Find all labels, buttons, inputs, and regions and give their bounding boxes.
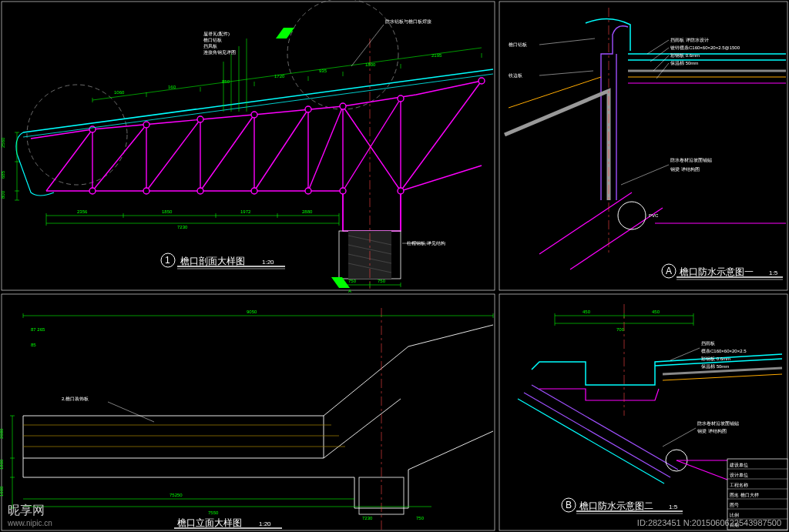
svg-line-182 <box>663 428 696 447</box>
svg-point-34 <box>305 188 311 194</box>
svg-text:87 265: 87 265 <box>31 327 45 332</box>
svg-text:PVC: PVC <box>649 213 659 218</box>
svg-text:比例: 比例 <box>730 513 739 517</box>
svg-line-179 <box>670 348 700 360</box>
svg-text:800: 800 <box>1 190 5 199</box>
svg-text:75250: 75250 <box>170 493 183 497</box>
svg-text:1720: 1720 <box>274 74 285 79</box>
svg-line-21 <box>401 81 482 191</box>
svg-text:钢梁 详结构图: 钢梁 详结构图 <box>670 166 700 172</box>
cad-canvas: A <box>0 0 789 532</box>
svg-text:檩条C160×60×20×2.5: 檩条C160×60×20×2.5 <box>701 348 747 353</box>
svg-point-30 <box>89 188 96 194</box>
arrow-a-top: A <box>290 28 293 33</box>
svg-text:850: 850 <box>222 79 230 84</box>
view3-title: 檐口立面大样图 1:20 <box>174 517 282 528</box>
svg-text:2680: 2680 <box>0 428 4 439</box>
svg-text:7550: 7550 <box>208 510 219 515</box>
svg-text:挡风板: 挡风板 <box>203 44 217 49</box>
svg-text:160: 160 <box>168 85 176 89</box>
svg-point-107 <box>618 202 646 229</box>
svg-text:檐口防水示意图一: 檐口防水示意图一 <box>680 266 754 277</box>
svg-point-33 <box>251 188 257 194</box>
view2-title: A 檐口防水示意图一 1:5 <box>662 264 783 279</box>
svg-text:檐口立面大样图: 檐口立面大样图 <box>177 517 242 528</box>
svg-text:挡雨板: 挡雨板 <box>701 341 715 346</box>
svg-text:750: 750 <box>378 279 386 283</box>
svg-line-17 <box>254 109 308 191</box>
svg-text:挡雨板 详防水设计: 挡雨板 详防水设计 <box>670 37 709 42</box>
svg-point-32 <box>197 188 203 194</box>
svg-text:1060: 1060 <box>114 90 125 95</box>
svg-text:2195: 2195 <box>431 53 442 58</box>
svg-text:1972: 1972 <box>240 209 251 214</box>
svg-line-159 <box>108 402 154 422</box>
svg-text:2,檐口装饰板: 2,檐口装饰板 <box>62 396 89 401</box>
svg-text:750: 750 <box>416 516 425 520</box>
svg-text:1:20: 1:20 <box>259 520 271 527</box>
svg-point-26 <box>305 106 311 112</box>
svg-text:工程名称: 工程名称 <box>730 483 748 487</box>
svg-point-23 <box>143 122 149 128</box>
svg-point-24 <box>197 116 203 122</box>
svg-text:2356: 2356 <box>77 209 88 214</box>
svg-text:1:5: 1:5 <box>769 269 778 276</box>
svg-text:A: A <box>348 289 351 293</box>
svg-text:保温棉 50mm: 保温棉 50mm <box>670 61 698 65</box>
svg-text:85: 85 <box>31 343 36 347</box>
svg-line-18 <box>308 106 343 191</box>
svg-point-36 <box>398 188 404 194</box>
svg-text:连接角钢见详图: 连接角钢见详图 <box>203 49 236 55</box>
svg-text:防水卷材沿坡面铺贴: 防水卷材沿坡面铺贴 <box>670 158 712 162</box>
svg-text:1:5: 1:5 <box>669 504 678 510</box>
svg-text:450: 450 <box>583 309 591 314</box>
svg-line-96 <box>351 25 384 66</box>
svg-text:建设单位: 建设单位 <box>729 463 748 467</box>
svg-point-29 <box>478 78 485 84</box>
svg-rect-2 <box>2 294 495 530</box>
svg-text:700: 700 <box>616 327 625 332</box>
svg-text:1600: 1600 <box>0 486 4 497</box>
view4-title: B 檐口防水示意图二 1:5 <box>562 498 683 514</box>
svg-text:彩钢板 0.6mm: 彩钢板 0.6mm <box>701 356 730 361</box>
view1-title: 1 檐口剖面大样图 1:20 <box>161 253 285 269</box>
svg-line-16 <box>200 115 254 191</box>
svg-text:450: 450 <box>652 309 660 314</box>
svg-text:7230: 7230 <box>362 516 373 520</box>
svg-line-15 <box>146 119 200 191</box>
svg-text:A: A <box>666 266 672 276</box>
svg-text:1:20: 1:20 <box>262 259 274 266</box>
svg-text:750: 750 <box>348 279 357 283</box>
svg-text:彩钢板 0.6mm: 彩钢板 0.6mm <box>670 53 700 58</box>
svg-point-31 <box>143 188 149 194</box>
svg-text:檐口铝板: 檐口铝板 <box>203 38 222 42</box>
svg-line-113 <box>539 71 593 75</box>
svg-line-104 <box>539 192 632 254</box>
svg-text:收边板: 收边板 <box>509 73 522 78</box>
svg-point-5 <box>287 0 398 109</box>
svg-text:1800: 1800 <box>365 62 376 67</box>
svg-text:镀锌檩条C160×60×20×2.5@1500: 镀锌檩条C160×60×20×2.5@1500 <box>670 45 740 50</box>
watermark-right: ID:2823451 N:2015060622543987500 <box>637 518 781 527</box>
svg-text:2880: 2880 <box>302 209 313 214</box>
svg-text:图号: 图号 <box>730 503 739 507</box>
svg-text:9050: 9050 <box>247 309 257 314</box>
svg-text:935: 935 <box>319 69 327 73</box>
svg-text:1850: 1850 <box>162 209 173 214</box>
svg-text:檐口剖面大样图: 檐口剖面大样图 <box>180 256 245 266</box>
svg-point-28 <box>398 95 404 102</box>
col-note: 柱帽钢板,详见结构 <box>407 240 445 246</box>
svg-line-19 <box>343 106 401 191</box>
svg-text:7230: 7230 <box>177 225 188 229</box>
svg-line-118 <box>647 40 669 54</box>
svg-line-14 <box>92 125 146 191</box>
svg-point-25 <box>251 112 257 118</box>
svg-text:檐口防水示意图二: 檐口防水示意图二 <box>579 500 653 511</box>
svg-text:1: 1 <box>165 255 170 266</box>
svg-line-13 <box>46 129 92 191</box>
svg-text:防水铝板与檐口板焊接: 防水铝板与檐口板焊接 <box>385 18 431 24</box>
svg-text:檐口铝板: 檐口铝板 <box>509 42 527 47</box>
view-1-section: A <box>1 0 493 293</box>
svg-rect-1 <box>499 2 787 290</box>
svg-text:防水卷材沿坡面铺贴: 防水卷材沿坡面铺贴 <box>697 421 739 426</box>
